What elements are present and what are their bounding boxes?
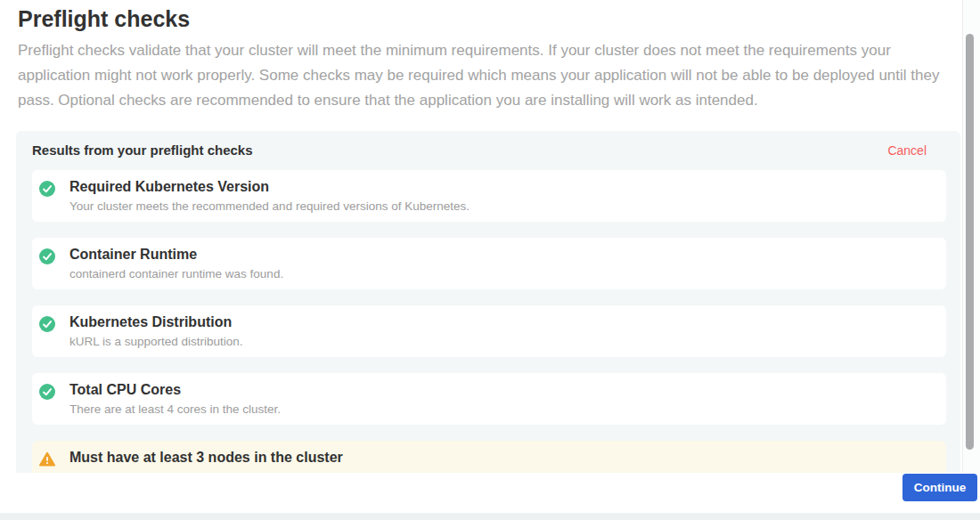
check-message: containerd container runtime was found. [69,267,934,280]
warning-triangle-icon [39,451,55,467]
scrollbar-track[interactable] [962,0,980,473]
check-circle-icon [39,384,55,400]
check-message: There are at least 4 cores in the cluste… [69,402,934,416]
cancel-link[interactable]: Cancel [887,143,927,158]
results-header: Results from your preflight checks [32,142,253,158]
check-title: Container Runtime [69,246,934,263]
check-circle-icon [39,316,55,332]
check-circle-icon [39,181,55,197]
preflight-results-panel: Results from your preflight checks Cance… [16,131,960,473]
bottom-strip [0,513,980,520]
check-message: kURL is a supported distribution. [69,335,934,348]
check-message: Your cluster meets the recommended and r… [69,199,934,213]
page-title: Preflight checks [18,6,962,31]
check-title: Must have at least 3 nodes in the cluste… [69,449,934,466]
check-result-row: Container Runtime containerd container r… [32,238,946,289]
check-result-row: Required Kubernetes Version Your cluster… [32,170,946,222]
scrollbar-thumb[interactable] [966,34,974,450]
check-title: Total CPU Cores [69,381,934,398]
scroll-area: Preflight checks Preflight checks valida… [0,0,962,473]
check-title: Required Kubernetes Version [69,178,934,195]
page-description: Preflight checks validate that your clus… [18,38,960,113]
check-circle-icon [39,248,55,264]
continue-button[interactable]: Continue [902,474,977,501]
panel-header: Results from your preflight checks Cance… [32,142,946,158]
check-result-row: Total CPU Cores There are at least 4 cor… [32,373,946,425]
check-result-row-warning: Must have at least 3 nodes in the cluste… [32,441,946,473]
check-title: Kubernetes Distribution [69,313,934,330]
footer-bar: Continue [0,473,980,513]
checks-list: Required Kubernetes Version Your cluster… [32,170,946,473]
check-result-row: Kubernetes Distribution kURL is a suppor… [32,305,946,357]
